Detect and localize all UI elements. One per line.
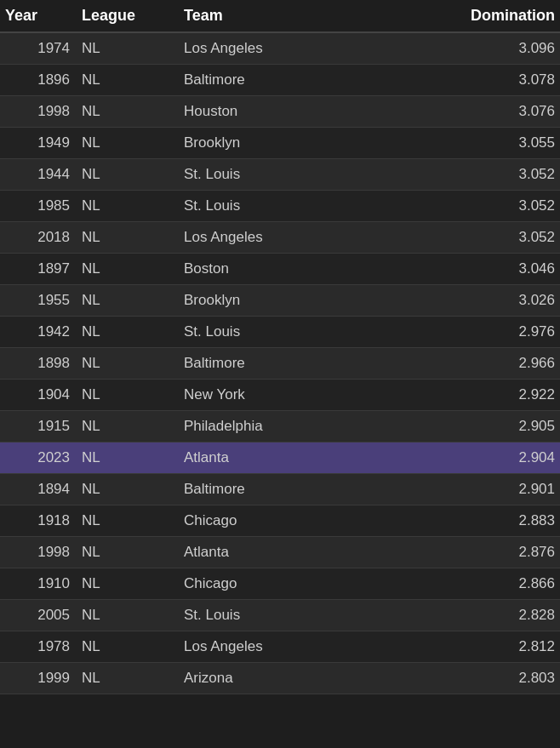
cell-league: NL (77, 32, 179, 65)
cell-domination: 3.096 (366, 32, 560, 65)
cell-team: St. Louis (179, 600, 366, 631)
table-row: 1998NLHouston3.076 (0, 96, 560, 128)
cell-league: NL (77, 505, 179, 537)
table-row: 1942NLSt. Louis2.976 (0, 317, 560, 348)
cell-domination: 3.026 (366, 285, 560, 317)
cell-team: Brooklyn (179, 285, 366, 317)
table-row: 1974NLLos Angeles3.096 (0, 32, 560, 65)
cell-league: NL (77, 96, 179, 128)
cell-league: NL (77, 663, 179, 694)
table-row: 1985NLSt. Louis3.052 (0, 191, 560, 222)
cell-year: 1998 (0, 96, 77, 128)
cell-team: Baltimore (179, 65, 366, 96)
cell-team: Los Angeles (179, 222, 366, 254)
cell-domination: 3.055 (366, 128, 560, 159)
cell-team: St. Louis (179, 317, 366, 348)
header-team: Team (179, 0, 366, 32)
cell-year: 2023 (0, 443, 77, 474)
table-row: 1898NLBaltimore2.966 (0, 348, 560, 380)
table-row: 2018NLLos Angeles3.052 (0, 222, 560, 254)
cell-domination: 2.901 (366, 474, 560, 505)
cell-year: 1897 (0, 254, 77, 285)
cell-league: NL (77, 317, 179, 348)
cell-year: 1942 (0, 317, 77, 348)
cell-league: NL (77, 65, 179, 96)
cell-team: Arizona (179, 663, 366, 694)
cell-team: Chicago (179, 568, 366, 600)
cell-team: Houston (179, 96, 366, 128)
cell-year: 1998 (0, 537, 77, 568)
cell-team: St. Louis (179, 159, 366, 191)
cell-team: Brooklyn (179, 128, 366, 159)
table-row: 1918NLChicago2.883 (0, 505, 560, 537)
cell-year: 1985 (0, 191, 77, 222)
cell-team: Chicago (179, 505, 366, 537)
table-row: 2005NLSt. Louis2.828 (0, 600, 560, 631)
cell-league: NL (77, 222, 179, 254)
table-row: 1910NLChicago2.866 (0, 568, 560, 600)
cell-domination: 3.052 (366, 191, 560, 222)
cell-domination: 3.076 (366, 96, 560, 128)
table-header-row: Year League Team Domination (0, 0, 560, 32)
cell-domination: 2.876 (366, 537, 560, 568)
cell-domination: 2.976 (366, 317, 560, 348)
cell-year: 2005 (0, 600, 77, 631)
cell-year: 1955 (0, 285, 77, 317)
cell-league: NL (77, 600, 179, 631)
header-year: Year (0, 0, 77, 32)
cell-team: Baltimore (179, 474, 366, 505)
header-domination: Domination (366, 0, 560, 32)
table-row: 1999NLArizona2.803 (0, 663, 560, 694)
cell-league: NL (77, 411, 179, 443)
cell-year: 1918 (0, 505, 77, 537)
cell-league: NL (77, 474, 179, 505)
cell-league: NL (77, 380, 179, 411)
cell-domination: 3.078 (366, 65, 560, 96)
cell-year: 1898 (0, 348, 77, 380)
table-row: 1896NLBaltimore3.078 (0, 65, 560, 96)
cell-year: 1894 (0, 474, 77, 505)
cell-domination: 2.828 (366, 600, 560, 631)
cell-team: Los Angeles (179, 631, 366, 663)
cell-year: 1944 (0, 159, 77, 191)
cell-league: NL (77, 348, 179, 380)
table-row: 1955NLBrooklyn3.026 (0, 285, 560, 317)
cell-league: NL (77, 443, 179, 474)
table-row: 1897NLBoston3.046 (0, 254, 560, 285)
cell-domination: 3.052 (366, 159, 560, 191)
cell-team: Boston (179, 254, 366, 285)
cell-domination: 2.904 (366, 443, 560, 474)
cell-team: Atlanta (179, 443, 366, 474)
cell-league: NL (77, 254, 179, 285)
table-row: 1915NLPhiladelphia2.905 (0, 411, 560, 443)
table-row: 1894NLBaltimore2.901 (0, 474, 560, 505)
cell-league: NL (77, 537, 179, 568)
cell-league: NL (77, 128, 179, 159)
cell-domination: 3.052 (366, 222, 560, 254)
domination-table: Year League Team Domination 1974NLLos An… (0, 0, 560, 694)
table-row: 2023NLAtlanta2.904 (0, 443, 560, 474)
cell-league: NL (77, 285, 179, 317)
cell-team: New York (179, 380, 366, 411)
cell-year: 1904 (0, 380, 77, 411)
cell-league: NL (77, 568, 179, 600)
table-row: 1944NLSt. Louis3.052 (0, 159, 560, 191)
cell-team: Baltimore (179, 348, 366, 380)
table-row: 1978NLLos Angeles2.812 (0, 631, 560, 663)
cell-domination: 2.966 (366, 348, 560, 380)
cell-domination: 2.866 (366, 568, 560, 600)
cell-team: Los Angeles (179, 32, 366, 65)
cell-year: 1999 (0, 663, 77, 694)
cell-team: Philadelphia (179, 411, 366, 443)
cell-year: 1974 (0, 32, 77, 65)
header-league: League (77, 0, 179, 32)
cell-year: 1915 (0, 411, 77, 443)
cell-team: St. Louis (179, 191, 366, 222)
cell-domination: 2.883 (366, 505, 560, 537)
cell-domination: 2.812 (366, 631, 560, 663)
cell-year: 1896 (0, 65, 77, 96)
cell-league: NL (77, 191, 179, 222)
cell-league: NL (77, 159, 179, 191)
cell-year: 1978 (0, 631, 77, 663)
cell-year: 1910 (0, 568, 77, 600)
